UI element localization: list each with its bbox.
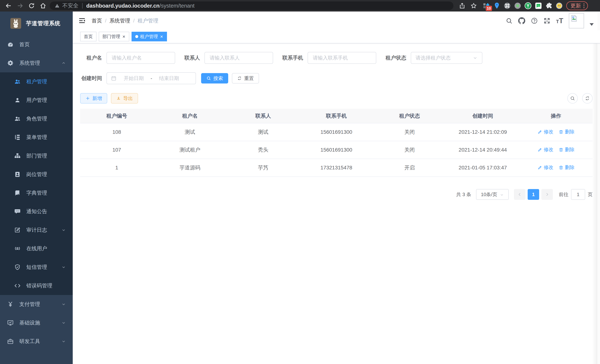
peoples-icon <box>14 115 21 122</box>
extension-icons: 10 <box>483 2 563 9</box>
bookmark-star-icon[interactable] <box>470 2 477 9</box>
chat-extension-icon[interactable] <box>535 2 542 9</box>
export-button[interactable]: 导出 <box>111 93 138 103</box>
sidebar-item-role-management[interactable]: 角色管理 <box>0 110 73 128</box>
tab-dept-management[interactable]: 部门管理× <box>99 32 129 41</box>
goto-label: 前往 <box>559 191 568 198</box>
back-icon[interactable] <box>5 2 12 9</box>
puzzle-extension-icon[interactable] <box>545 2 553 9</box>
record-extension-icon[interactable] <box>514 2 521 9</box>
github-icon[interactable] <box>518 17 525 24</box>
avatar-dropdown-icon[interactable] <box>590 23 594 26</box>
emoji-extension-icon[interactable] <box>555 2 563 9</box>
trash-icon <box>559 130 563 134</box>
create-time-range-picker[interactable]: 开始日期 - 结束日期 <box>106 72 196 84</box>
tenant-name-label: 租户名 <box>80 54 102 61</box>
sidebar-item-dept-management[interactable]: 部门管理 <box>0 147 73 165</box>
home-icon[interactable] <box>40 2 46 9</box>
sidebar-item-label: 基础设施 <box>19 319 40 326</box>
sidebar-item-dict-management[interactable]: 字典管理 <box>0 184 73 202</box>
cell-actions: 修改删除 <box>519 159 593 177</box>
sidebar-logo-row[interactable]: 芋道管理系统 <box>0 11 73 35</box>
reload-icon[interactable] <box>28 2 35 9</box>
sidebar-item-label: 字典管理 <box>26 189 47 196</box>
peoples-icon <box>14 78 21 85</box>
sidebar-item-home[interactable]: 首页 <box>0 35 73 54</box>
phone-input[interactable] <box>308 52 376 64</box>
page-scrollbar[interactable] <box>597 11 600 364</box>
goto-page-input[interactable] <box>571 189 585 200</box>
sidebar-collapse-icon[interactable] <box>78 17 86 25</box>
contact-input[interactable] <box>205 52 273 64</box>
sidebar-item-dev-tools[interactable]: 研发工具 <box>0 332 73 351</box>
refresh-table-button[interactable] <box>582 93 593 103</box>
prev-page-button[interactable] <box>514 189 525 200</box>
add-button-label: 新增 <box>92 95 102 102</box>
sidebar-item-audit-log[interactable]: 审计日志 <box>0 221 73 239</box>
sidebar-item-label: 短信管理 <box>26 264 47 271</box>
sketch-extension-icon[interactable]: 10 <box>483 2 490 9</box>
trash-icon <box>559 147 563 152</box>
font-size-icon[interactable]: TT <box>556 17 563 25</box>
edit-button[interactable]: 修改 <box>537 146 553 153</box>
cell-created: 2021-01-05 17:03:47 <box>446 159 519 177</box>
start-date-placeholder[interactable]: 开始日期 <box>120 75 148 82</box>
search-icon <box>206 76 211 81</box>
edit-button[interactable]: 修改 <box>537 164 553 171</box>
sidebar-item-pay-management[interactable]: 支付管理 <box>0 295 73 314</box>
tab-home[interactable]: 首页 <box>80 32 96 41</box>
edit-button[interactable]: 修改 <box>537 129 553 135</box>
fullscreen-icon[interactable] <box>544 17 551 24</box>
sidebar-item-sms-management[interactable]: 短信管理 <box>0 258 73 276</box>
edit-label: 修改 <box>544 164 553 171</box>
status-select[interactable]: 请选择租户状态 <box>411 52 482 64</box>
sidebar-item-menu-management[interactable]: 菜单管理 <box>0 128 73 147</box>
address-bar[interactable]: 不安全 dashboard.yudao.iocoder.cn/system/te… <box>50 1 453 10</box>
sidebar-item-user-management[interactable]: 用户管理 <box>0 91 73 110</box>
breadcrumb-item-system-management[interactable]: 系统管理 <box>110 17 130 24</box>
sidebar-item-notice[interactable]: 通知公告 <box>0 202 73 221</box>
table-header: 租户编号租户名联系人联系手机租户状态创建时间操作 <box>80 109 593 123</box>
reset-button[interactable]: 重置 <box>232 73 259 84</box>
close-icon[interactable]: × <box>122 34 126 39</box>
tab-tenant-management[interactable]: 租户管理× <box>131 32 167 41</box>
pencil-icon <box>537 147 542 152</box>
y-extension-icon[interactable] <box>524 2 532 9</box>
create-time-label: 创建时间 <box>80 75 102 82</box>
breadcrumb-item-home[interactable]: 首页 <box>92 17 102 24</box>
forward-icon[interactable] <box>17 2 23 9</box>
close-icon[interactable]: × <box>160 34 163 39</box>
pin-extension-icon[interactable] <box>493 2 501 9</box>
tab-label: 部门管理 <box>103 34 120 39</box>
insecure-warning-icon[interactable] <box>55 3 60 8</box>
delete-button[interactable]: 删除 <box>559 146 575 153</box>
sidebar-item-error-code-management[interactable]: 错误码管理 <box>0 276 73 295</box>
page-size-select[interactable]: 10条/页 <box>476 189 509 200</box>
security-label[interactable]: 不安全 <box>62 2 78 9</box>
sidebar-item-infrastructure[interactable]: 基础设施 <box>0 314 73 332</box>
delete-button[interactable]: 删除 <box>559 129 575 135</box>
command-extension-icon[interactable] <box>504 2 511 9</box>
add-button[interactable]: 新增 <box>80 93 107 103</box>
browser-update-button[interactable]: 更新 <box>566 1 588 10</box>
avatar[interactable] <box>569 13 584 28</box>
dict-icon <box>14 190 21 196</box>
sidebar-item-system-management[interactable]: 系统管理 <box>0 54 73 72</box>
show-search-button[interactable] <box>567 93 578 103</box>
browser-menu-icon[interactable] <box>583 3 585 8</box>
share-icon[interactable] <box>459 2 466 9</box>
end-date-placeholder[interactable]: 结束日期 <box>155 75 183 82</box>
sidebar-item-label: 支付管理 <box>19 301 40 308</box>
contact-label: 联系人 <box>184 54 200 61</box>
sidebar-item-post-management[interactable]: 岗位管理 <box>0 165 73 184</box>
sidebar-item-tenant-management[interactable]: 租户管理 <box>0 72 73 91</box>
delete-button[interactable]: 删除 <box>559 164 575 171</box>
help-icon[interactable] <box>531 17 538 24</box>
tenant-name-input[interactable] <box>106 52 175 64</box>
sidebar-item-online-user[interactable]: 在线用户 <box>0 239 73 258</box>
header-search-icon[interactable] <box>506 17 513 24</box>
gauge-icon <box>7 41 14 48</box>
next-page-button[interactable] <box>541 189 553 200</box>
page-number-button[interactable]: 1 <box>528 189 539 200</box>
search-button[interactable]: 搜索 <box>201 73 228 84</box>
